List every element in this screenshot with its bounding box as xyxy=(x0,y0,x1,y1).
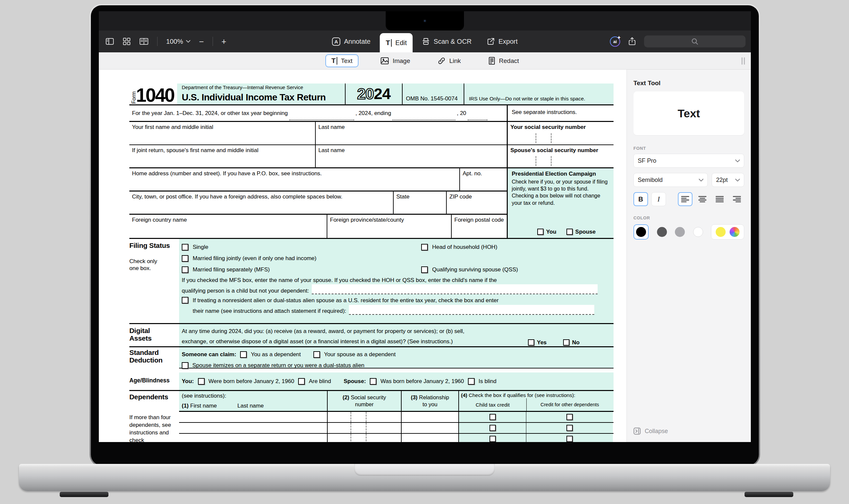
tool-link[interactable]: Link xyxy=(432,55,466,67)
checkbox-you-dependent[interactable] xyxy=(240,351,247,358)
italic-button[interactable]: I xyxy=(651,192,666,206)
color-swatch-yellow[interactable] xyxy=(716,227,726,237)
checkbox-you-born-before-1960[interactable] xyxy=(198,378,205,385)
dependent-ssn-cell[interactable] xyxy=(327,423,401,433)
font-weight-select[interactable]: Semibold xyxy=(634,173,708,187)
checkbox-campaign-spouse[interactable] xyxy=(567,229,573,235)
dependent-ssn-cell[interactable] xyxy=(327,412,401,422)
dependent-relationship-cell[interactable] xyxy=(401,412,458,422)
spouse-first-name-field[interactable]: If joint return, spouse's first name and… xyxy=(129,145,315,167)
tax-year-begin-field[interactable] xyxy=(289,112,354,120)
tool-image[interactable]: Image xyxy=(375,55,416,67)
checkbox-nonresident-alien[interactable] xyxy=(182,297,188,304)
zoom-control[interactable]: 100% xyxy=(166,38,190,46)
checkbox-child-tax-credit[interactable] xyxy=(489,414,496,420)
foreign-postal-field[interactable]: Foreign postal code xyxy=(451,215,507,238)
spouse-ssn-field[interactable]: Spouse's social security number xyxy=(507,145,613,167)
ssn-field[interactable]: Your social security number xyxy=(507,122,613,144)
zip-field[interactable]: ZIP code xyxy=(446,192,507,214)
tab-annotate[interactable]: A Annotate xyxy=(326,31,377,52)
text-tool-icon: T xyxy=(331,57,337,65)
ai-assistant-icon[interactable]: ai ✦ xyxy=(610,36,620,47)
color-swatch-white[interactable] xyxy=(693,227,703,237)
spouse-born-label: Was born before January 2, 1960 xyxy=(380,378,464,385)
font-size-select[interactable]: 22pt xyxy=(712,173,744,187)
state-field[interactable]: State xyxy=(393,192,446,214)
ssn-label: Your social security number xyxy=(510,124,586,130)
align-left-button[interactable] xyxy=(678,192,692,206)
color-swatch-dark-gray[interactable] xyxy=(657,227,667,237)
checkbox-child-tax-credit[interactable] xyxy=(489,425,496,431)
dependent-name-cell[interactable] xyxy=(179,412,327,422)
home-address-field[interactable]: Home address (number and street). If you… xyxy=(129,168,459,191)
checkbox-single[interactable] xyxy=(182,244,188,251)
col1-last-name-label: Last name xyxy=(238,402,264,409)
two-page-view-icon[interactable] xyxy=(139,37,149,46)
nra-name-input[interactable] xyxy=(349,305,594,315)
thumbnails-view-icon[interactable] xyxy=(123,37,131,46)
tab-export[interactable]: Export xyxy=(481,31,524,52)
dependent-ssn-cell[interactable] xyxy=(327,434,401,442)
font-family-select[interactable]: SF Pro xyxy=(634,154,744,168)
checkbox-hoh[interactable] xyxy=(421,244,428,251)
checkbox-spouse-blind[interactable] xyxy=(468,378,474,385)
color-swatch-gray[interactable] xyxy=(675,227,685,237)
checkbox-mfj[interactable] xyxy=(182,255,188,262)
col1-num: (1) xyxy=(182,402,189,409)
tax-year-yy-field[interactable] xyxy=(468,112,487,120)
last-name-field[interactable]: Last name xyxy=(315,122,507,144)
checkbox-qss[interactable] xyxy=(421,266,428,273)
first-name-field[interactable]: Your first name and middle initial xyxy=(129,122,315,144)
checkbox-digital-yes[interactable] xyxy=(528,339,534,346)
tab-scan-ocr[interactable]: Scan & OCR xyxy=(416,31,478,52)
foreign-province-field[interactable]: Foreign province/state/county xyxy=(327,215,451,238)
tool-redact[interactable]: Redact xyxy=(483,55,524,67)
dependent-relationship-cell[interactable] xyxy=(401,434,458,442)
checkbox-credit-other-dependents[interactable] xyxy=(567,414,573,420)
checkbox-spouse-born-before-1960[interactable] xyxy=(370,378,377,385)
checkbox-you-blind[interactable] xyxy=(298,378,305,385)
align-center-button[interactable] xyxy=(695,192,710,206)
align-justify-button[interactable] xyxy=(712,192,727,206)
sidebar-toggle-icon[interactable] xyxy=(105,37,114,46)
panel-resize-handle[interactable] xyxy=(742,57,745,65)
foreign-country-field[interactable]: Foreign country name xyxy=(129,215,327,238)
campaign-you-label: You xyxy=(546,228,556,235)
ssn-divider xyxy=(536,156,536,166)
dependent-name-cell[interactable] xyxy=(179,434,327,442)
checkbox-mfs[interactable] xyxy=(182,266,188,273)
dependent-relationship-cell[interactable] xyxy=(401,423,458,433)
zoom-in-button[interactable]: + xyxy=(222,37,226,46)
tab-edit[interactable]: T Edit xyxy=(380,33,413,52)
apt-no-field[interactable]: Apt. no. xyxy=(459,168,507,191)
lid-groove xyxy=(354,464,495,476)
tax-year-end-field[interactable] xyxy=(392,112,455,120)
spouse-last-name-field[interactable]: Last name xyxy=(315,145,507,167)
color-swatch-black[interactable] xyxy=(634,224,649,239)
checkbox-child-tax-credit[interactable] xyxy=(489,436,496,442)
font-section-label: FONT xyxy=(634,146,744,151)
city-field[interactable]: City, town, or post office. If you have … xyxy=(129,192,393,214)
checkbox-credit-other-dependents[interactable] xyxy=(567,436,573,442)
see-instructions: See separate instructions. xyxy=(512,109,577,115)
checkbox-digital-no[interactable] xyxy=(563,339,569,346)
tax-year-part2: , 2024, ending xyxy=(356,110,391,116)
checkbox-spouse-itemizes[interactable] xyxy=(182,362,188,369)
dependents-heading: Dependents xyxy=(129,393,179,401)
irs-use-text: IRS Use Only—Do not write or staple in t… xyxy=(469,95,585,102)
search-input[interactable] xyxy=(644,35,746,48)
zoom-out-button[interactable]: − xyxy=(199,37,204,46)
text-style-preview[interactable]: Text xyxy=(634,91,744,135)
tool-text[interactable]: T Text xyxy=(325,54,359,67)
color-wheel-picker[interactable] xyxy=(730,227,740,237)
checkbox-credit-other-dependents[interactable] xyxy=(567,425,573,431)
share-icon[interactable] xyxy=(628,37,636,46)
checkbox-campaign-you[interactable] xyxy=(537,229,543,235)
qualifying-person-input[interactable] xyxy=(312,284,597,294)
collapse-panel-button[interactable]: Collapse xyxy=(634,428,668,435)
align-right-button[interactable] xyxy=(730,192,744,206)
dependent-name-cell[interactable] xyxy=(179,423,327,433)
bold-button[interactable]: B xyxy=(634,192,648,206)
tab-label: Export xyxy=(499,38,518,46)
checkbox-spouse-dependent[interactable] xyxy=(313,351,320,358)
